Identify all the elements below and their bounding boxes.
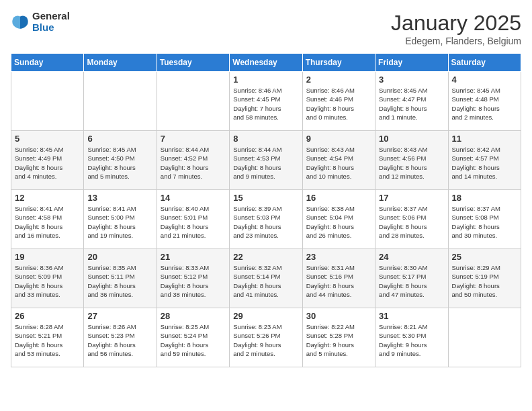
calendar-cell: 22Sunrise: 8:32 AM Sunset: 5:14 PM Dayli…: [230, 249, 302, 308]
day-number: 18: [452, 193, 517, 203]
calendar-cell: 11Sunrise: 8:42 AM Sunset: 4:57 PM Dayli…: [448, 131, 521, 190]
day-number: 26: [15, 311, 80, 321]
cell-info: Sunrise: 8:26 AM Sunset: 5:23 PM Dayligh…: [87, 322, 152, 358]
calendar-table: SundayMondayTuesdayWednesdayThursdayFrid…: [11, 53, 521, 367]
cell-info: Sunrise: 8:31 AM Sunset: 5:16 PM Dayligh…: [306, 263, 371, 299]
calendar-cell: 6Sunrise: 8:45 AM Sunset: 4:50 PM Daylig…: [84, 131, 157, 190]
calendar-cell: 3Sunrise: 8:45 AM Sunset: 4:47 PM Daylig…: [375, 72, 448, 131]
cell-info: Sunrise: 8:37 AM Sunset: 5:06 PM Dayligh…: [379, 204, 444, 240]
calendar-cell: 7Sunrise: 8:44 AM Sunset: 4:52 PM Daylig…: [157, 131, 229, 190]
day-number: 16: [306, 193, 371, 203]
week-row-4: 19Sunrise: 8:36 AM Sunset: 5:09 PM Dayli…: [11, 249, 521, 308]
day-number: 15: [233, 193, 298, 203]
weekday-header-tuesday: Tuesday: [157, 54, 229, 72]
day-number: 2: [306, 75, 371, 85]
cell-info: Sunrise: 8:45 AM Sunset: 4:49 PM Dayligh…: [15, 145, 80, 181]
cell-info: Sunrise: 8:21 AM Sunset: 5:30 PM Dayligh…: [379, 322, 444, 358]
calendar-cell: 1Sunrise: 8:46 AM Sunset: 4:45 PM Daylig…: [230, 72, 302, 131]
weekday-header-monday: Monday: [84, 54, 157, 72]
calendar-cell: 15Sunrise: 8:39 AM Sunset: 5:03 PM Dayli…: [230, 190, 302, 249]
day-number: 11: [452, 134, 517, 144]
cell-info: Sunrise: 8:35 AM Sunset: 5:11 PM Dayligh…: [87, 263, 152, 299]
day-number: 4: [452, 75, 517, 85]
week-row-3: 12Sunrise: 8:41 AM Sunset: 4:58 PM Dayli…: [11, 190, 521, 249]
cell-info: Sunrise: 8:45 AM Sunset: 4:50 PM Dayligh…: [87, 145, 152, 181]
calendar-cell: [84, 72, 157, 131]
cell-info: Sunrise: 8:43 AM Sunset: 4:54 PM Dayligh…: [306, 145, 371, 181]
calendar-cell: 21Sunrise: 8:33 AM Sunset: 5:12 PM Dayli…: [157, 249, 229, 308]
calendar-cell: 17Sunrise: 8:37 AM Sunset: 5:06 PM Dayli…: [375, 190, 448, 249]
day-number: 6: [87, 134, 152, 144]
calendar-cell: 26Sunrise: 8:28 AM Sunset: 5:21 PM Dayli…: [11, 308, 84, 367]
day-number: 23: [306, 252, 371, 262]
page-header: General Blue January 2025 Edegem, Flande…: [11, 11, 521, 46]
calendar-cell: 18Sunrise: 8:37 AM Sunset: 5:08 PM Dayli…: [448, 190, 521, 249]
logo: General Blue: [11, 11, 70, 33]
logo-blue-text: Blue: [32, 22, 70, 34]
day-number: 9: [306, 134, 371, 144]
cell-info: Sunrise: 8:23 AM Sunset: 5:26 PM Dayligh…: [233, 322, 298, 358]
day-number: 17: [379, 193, 444, 203]
day-number: 19: [15, 252, 80, 262]
calendar-cell: [11, 72, 84, 131]
day-number: 13: [87, 193, 152, 203]
cell-info: Sunrise: 8:30 AM Sunset: 5:17 PM Dayligh…: [379, 263, 444, 299]
calendar-cell: 14Sunrise: 8:40 AM Sunset: 5:01 PM Dayli…: [157, 190, 229, 249]
day-number: 31: [379, 311, 444, 321]
calendar-cell: 13Sunrise: 8:41 AM Sunset: 5:00 PM Dayli…: [84, 190, 157, 249]
day-number: 14: [161, 193, 226, 203]
calendar-cell: 8Sunrise: 8:44 AM Sunset: 4:53 PM Daylig…: [230, 131, 302, 190]
day-number: 12: [15, 193, 80, 203]
calendar-cell: 9Sunrise: 8:43 AM Sunset: 4:54 PM Daylig…: [302, 131, 375, 190]
calendar-cell: 28Sunrise: 8:25 AM Sunset: 5:24 PM Dayli…: [157, 308, 229, 367]
cell-info: Sunrise: 8:41 AM Sunset: 5:00 PM Dayligh…: [87, 204, 152, 240]
calendar-cell: 30Sunrise: 8:22 AM Sunset: 5:28 PM Dayli…: [302, 308, 375, 367]
day-number: 8: [233, 134, 298, 144]
day-number: 7: [161, 134, 226, 144]
cell-info: Sunrise: 8:32 AM Sunset: 5:14 PM Dayligh…: [233, 263, 298, 299]
cell-info: Sunrise: 8:39 AM Sunset: 5:03 PM Dayligh…: [233, 204, 298, 240]
day-number: 28: [161, 311, 226, 321]
calendar-cell: 2Sunrise: 8:46 AM Sunset: 4:46 PM Daylig…: [302, 72, 375, 131]
weekday-header-saturday: Saturday: [448, 54, 521, 72]
calendar-cell: 31Sunrise: 8:21 AM Sunset: 5:30 PM Dayli…: [375, 308, 448, 367]
calendar-cell: [448, 308, 521, 367]
logo-general-text: General: [32, 11, 70, 22]
calendar-cell: 10Sunrise: 8:43 AM Sunset: 4:56 PM Dayli…: [375, 131, 448, 190]
cell-info: Sunrise: 8:46 AM Sunset: 4:45 PM Dayligh…: [233, 86, 298, 122]
calendar-cell: 16Sunrise: 8:38 AM Sunset: 5:04 PM Dayli…: [302, 190, 375, 249]
weekday-header-thursday: Thursday: [302, 54, 375, 72]
cell-info: Sunrise: 8:42 AM Sunset: 4:57 PM Dayligh…: [452, 145, 517, 181]
day-number: 21: [161, 252, 226, 262]
calendar-cell: 4Sunrise: 8:45 AM Sunset: 4:48 PM Daylig…: [448, 72, 521, 131]
week-row-5: 26Sunrise: 8:28 AM Sunset: 5:21 PM Dayli…: [11, 308, 521, 367]
day-number: 20: [87, 252, 152, 262]
day-number: 24: [379, 252, 444, 262]
calendar-cell: 20Sunrise: 8:35 AM Sunset: 5:11 PM Dayli…: [84, 249, 157, 308]
day-number: 30: [306, 311, 371, 321]
cell-info: Sunrise: 8:36 AM Sunset: 5:09 PM Dayligh…: [15, 263, 80, 299]
weekday-header-friday: Friday: [375, 54, 448, 72]
cell-info: Sunrise: 8:46 AM Sunset: 4:46 PM Dayligh…: [306, 86, 371, 122]
cell-info: Sunrise: 8:28 AM Sunset: 5:21 PM Dayligh…: [15, 322, 80, 358]
day-number: 25: [452, 252, 517, 262]
weekday-header-wednesday: Wednesday: [230, 54, 302, 72]
weekday-header-sunday: Sunday: [11, 54, 84, 72]
week-row-2: 5Sunrise: 8:45 AM Sunset: 4:49 PM Daylig…: [11, 131, 521, 190]
cell-info: Sunrise: 8:44 AM Sunset: 4:52 PM Dayligh…: [161, 145, 226, 181]
calendar-cell: 24Sunrise: 8:30 AM Sunset: 5:17 PM Dayli…: [375, 249, 448, 308]
day-number: 22: [233, 252, 298, 262]
calendar-cell: [157, 72, 229, 131]
cell-info: Sunrise: 8:22 AM Sunset: 5:28 PM Dayligh…: [306, 322, 371, 358]
cell-info: Sunrise: 8:44 AM Sunset: 4:53 PM Dayligh…: [233, 145, 298, 181]
week-row-1: 1Sunrise: 8:46 AM Sunset: 4:45 PM Daylig…: [11, 72, 521, 131]
cell-info: Sunrise: 8:29 AM Sunset: 5:19 PM Dayligh…: [452, 263, 517, 299]
calendar-cell: 27Sunrise: 8:26 AM Sunset: 5:23 PM Dayli…: [84, 308, 157, 367]
month-title: January 2025: [391, 11, 521, 36]
calendar-cell: 23Sunrise: 8:31 AM Sunset: 5:16 PM Dayli…: [302, 249, 375, 308]
cell-info: Sunrise: 8:33 AM Sunset: 5:12 PM Dayligh…: [161, 263, 226, 299]
cell-info: Sunrise: 8:41 AM Sunset: 4:58 PM Dayligh…: [15, 204, 80, 240]
day-number: 5: [15, 134, 80, 144]
weekday-header-row: SundayMondayTuesdayWednesdayThursdayFrid…: [11, 54, 521, 72]
day-number: 10: [379, 134, 444, 144]
